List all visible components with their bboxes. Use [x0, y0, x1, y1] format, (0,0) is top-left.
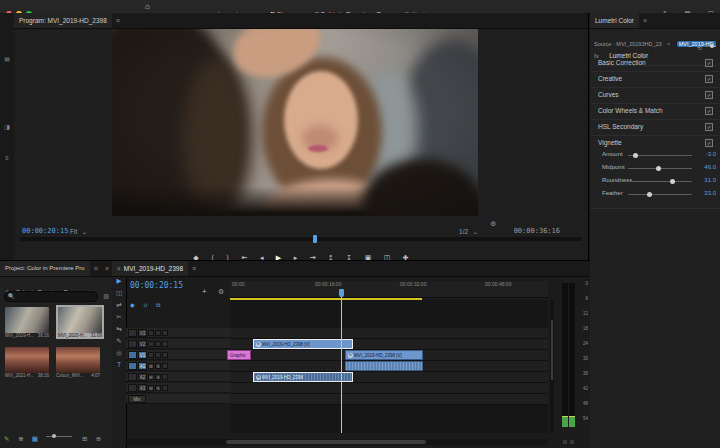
selection-tool[interactable]: ▶	[112, 277, 126, 289]
lumetri-tab[interactable]: Lumetri Color	[590, 13, 639, 28]
mute-button[interactable]: M	[148, 374, 154, 380]
section-hsl-secondary[interactable]: HSL Secondary✓	[590, 119, 720, 136]
timeline-vertical-scrollbar[interactable]	[550, 300, 554, 433]
mute-button[interactable]: M	[148, 363, 154, 369]
project-item-selected[interactable]: MVI_2020-H...31:09	[56, 305, 104, 339]
effects-icon[interactable]: ≡	[0, 155, 14, 161]
clip-a1-audio[interactable]	[345, 361, 423, 371]
panel-menu-icon[interactable]: ≡	[116, 17, 120, 24]
track-header-mix[interactable]: Mix	[126, 394, 230, 404]
track-header-a3[interactable]: A3MS	[126, 383, 230, 393]
snap-icon[interactable]: ∪	[143, 302, 147, 308]
slider-value[interactable]: -3.0	[706, 151, 716, 157]
timeline-playhead-line[interactable]	[341, 297, 342, 433]
slider-handle[interactable]	[670, 179, 675, 184]
project-item[interactable]: Colour_MVI...4:07	[56, 347, 100, 378]
bypass-toggle[interactable]	[705, 46, 714, 47]
clip-thumbnail[interactable]	[5, 347, 49, 373]
project-search-input[interactable]: 🔍	[4, 291, 98, 302]
project-tab[interactable]: Project: Color in Premiere Pro	[0, 261, 90, 276]
clip-graphic[interactable]: Graphic	[227, 350, 251, 360]
solo-button[interactable]: S	[155, 385, 161, 391]
section-checkbox[interactable]: ✓	[705, 59, 713, 67]
ripple-edit-tool[interactable]: ⇄	[112, 301, 126, 313]
section-checkbox[interactable]: ✓	[705, 139, 713, 147]
section-vignette[interactable]: Vignette✓	[590, 135, 720, 151]
search-options-icon[interactable]: ▥	[103, 292, 109, 299]
list-view-button[interactable]: ≣	[18, 435, 23, 442]
solo-button[interactable]: S	[155, 363, 161, 369]
icon-view-button[interactable]: ▦	[32, 435, 38, 442]
type-tool[interactable]: T	[112, 361, 126, 373]
sequence-tab[interactable]: ×MVI_2019-HD_2398	[112, 261, 188, 276]
razor-tool[interactable]: ✂	[112, 313, 126, 325]
section-basic-correction[interactable]: Basic Correction✓	[590, 55, 720, 72]
meters-tabbar	[558, 261, 590, 277]
linked-selection-icon[interactable]: ⧉	[156, 302, 160, 308]
db-label: 12	[583, 311, 588, 316]
tab-overflow-icon[interactable]: »	[105, 265, 109, 272]
program-timecode[interactable]: 00:00:20:15	[22, 219, 68, 237]
panel-menu-icon[interactable]: ≡	[94, 265, 98, 272]
program-monitor-tab[interactable]: Program: MVI_2019-HD_2398	[14, 13, 112, 28]
monitor-settings-icon[interactable]: ⚙	[490, 220, 496, 228]
media-browser-icon[interactable]: ▤	[0, 55, 14, 62]
slip-tool[interactable]: ⇆	[112, 325, 126, 337]
reset-icon[interactable]: ⟲	[697, 44, 702, 51]
slider-handle[interactable]	[656, 166, 661, 171]
thumbnail-zoom-slider[interactable]	[46, 436, 72, 437]
zoom-level-select[interactable]: Fit ⌄	[70, 220, 87, 238]
clip-a2-audio-selected[interactable]: fxMVI_2019-HD_2398	[253, 372, 353, 382]
panel-menu-icon[interactable]: ≡	[192, 265, 196, 272]
db-label: 54	[583, 416, 588, 421]
section-checkbox[interactable]: ✓	[705, 75, 713, 83]
track-select-tool[interactable]: ◫	[112, 289, 126, 301]
timeline-horizontal-scrollbar[interactable]	[126, 439, 548, 445]
new-item-button[interactable]: ⊕	[96, 435, 101, 442]
libraries-icon[interactable]: ◨	[0, 123, 14, 130]
slider-handle[interactable]	[633, 153, 638, 158]
add-marker-icon[interactable]: ◆	[130, 302, 135, 308]
section-creative[interactable]: Creative✓	[590, 71, 720, 88]
track-header-a1[interactable]: A1MS	[126, 361, 230, 371]
close-icon[interactable]: ×	[117, 265, 121, 272]
track-header-v3[interactable]: V3	[126, 328, 230, 338]
solo-button[interactable]: S	[155, 374, 161, 380]
section-checkbox[interactable]: ✓	[705, 123, 713, 131]
mute-button[interactable]: M	[148, 385, 154, 391]
meter-option-icon[interactable]	[563, 440, 567, 444]
section-checkbox[interactable]: ✓	[705, 91, 713, 99]
program-playhead[interactable]	[313, 235, 317, 243]
track-header-v1[interactable]: V1	[126, 350, 230, 360]
pen-tool[interactable]: ✎	[112, 337, 126, 349]
section-curves[interactable]: Curves✓	[590, 87, 720, 104]
slider-handle[interactable]	[647, 192, 652, 197]
hand-tool[interactable]: ◎	[112, 349, 126, 361]
clip-thumbnail[interactable]	[58, 307, 102, 333]
clip-thumbnail[interactable]	[5, 307, 49, 333]
add-track-button[interactable]: +	[202, 287, 207, 296]
sequence-timecode[interactable]: 00:00:20:15	[130, 281, 183, 290]
db-label: 36	[583, 371, 588, 376]
timeline-playhead-grip[interactable]	[339, 289, 344, 297]
project-item[interactable]: MVI_2021-H...38:16	[5, 347, 49, 378]
new-bin-button[interactable]: ⊞	[82, 435, 87, 442]
clip-v1[interactable]: fxMVI_2019-HD_2398 [V]	[345, 350, 423, 360]
timeline-settings-icon[interactable]: ⚙	[218, 288, 224, 296]
meter-option-icon[interactable]	[570, 440, 574, 444]
home-icon[interactable]: ⌂	[145, 2, 150, 11]
clip-v2-selected[interactable]: fxMVI_2019-HD_2398 [V]	[253, 339, 353, 349]
playback-resolution-select[interactable]: 1/2 ⌄	[459, 220, 478, 238]
close-icon[interactable]: ×	[643, 17, 647, 24]
clip-thumbnail[interactable]	[56, 347, 100, 373]
track-header-v2[interactable]: V2	[126, 339, 230, 349]
slider-value[interactable]: 33.0	[704, 190, 716, 196]
slider-value[interactable]: 31.0	[704, 177, 716, 183]
track-header-a2[interactable]: A2MS	[126, 372, 230, 382]
section-color-wheels[interactable]: Color Wheels & Match✓	[590, 103, 720, 120]
program-scrubber[interactable]	[20, 237, 582, 241]
timeline-ruler[interactable]: 00:00 00:00:16:00 00:00:32:00 00:00:48:0…	[230, 281, 548, 298]
project-item[interactable]: MVI_2019-H...36:16	[5, 307, 49, 338]
section-checkbox[interactable]: ✓	[705, 107, 713, 115]
slider-value[interactable]: 46.0	[704, 164, 716, 170]
